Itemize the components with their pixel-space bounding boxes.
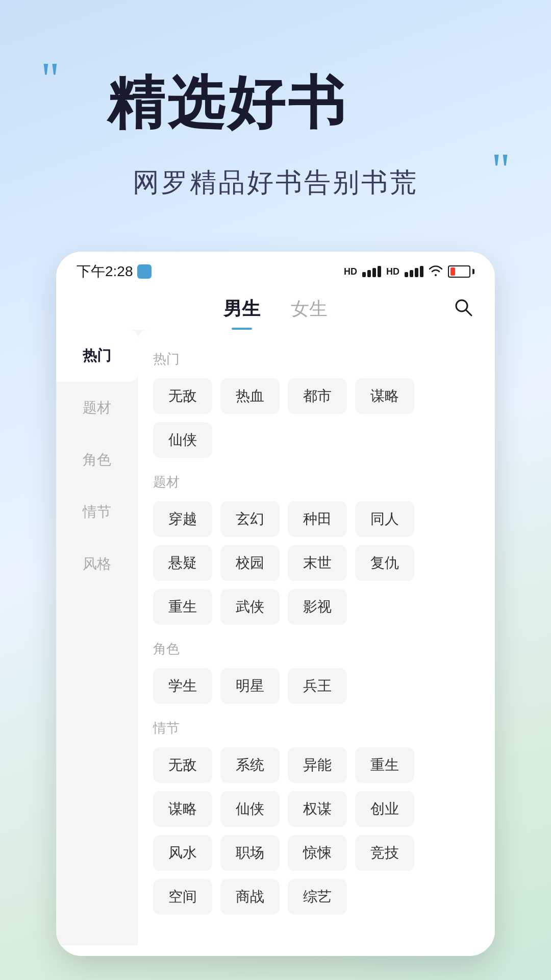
tab-male[interactable]: 男生 [208, 291, 276, 330]
tag-fengshui[interactable]: 风水 [153, 835, 212, 871]
tag-hot-blood[interactable]: 热血 [220, 378, 280, 414]
tags-grid-hot: 无敌 热血 都市 谋略 仙侠 [153, 378, 480, 458]
tag-farming[interactable]: 种田 [288, 501, 347, 537]
battery-icon [448, 265, 470, 278]
sidebar: 热门 题材 角色 情节 风格 [56, 330, 138, 945]
status-time: 下午2:28 [77, 262, 152, 281]
tags-grid-subject: 穿越 玄幻 种田 同人 悬疑 校园 末世 复仇 重生 武侠 影视 [153, 501, 480, 625]
tag-plot-xianxia[interactable]: 仙侠 [220, 791, 280, 827]
tag-campus[interactable]: 校园 [220, 545, 280, 581]
sidebar-item-hot[interactable]: 热门 [56, 330, 138, 382]
tag-time-travel[interactable]: 穿越 [153, 501, 212, 537]
tag-variety[interactable]: 综艺 [288, 879, 347, 915]
signal-bars2-icon [405, 266, 423, 277]
tag-business[interactable]: 商战 [220, 879, 280, 915]
hd1-label: HD [344, 266, 357, 277]
hd2-label: HD [386, 266, 399, 277]
tag-startup[interactable]: 创业 [355, 791, 414, 827]
tag-star[interactable]: 明星 [220, 668, 280, 704]
status-bar: 下午2:28 HD HD [56, 252, 495, 286]
battery-container [448, 265, 474, 278]
tab-female[interactable]: 女生 [276, 291, 343, 330]
sidebar-item-style[interactable]: 风格 [56, 538, 138, 590]
tag-system[interactable]: 系统 [220, 747, 280, 783]
tag-thriller[interactable]: 惊悚 [288, 835, 347, 871]
sidebar-item-plot[interactable]: 情节 [56, 486, 138, 538]
tag-workplace[interactable]: 职场 [220, 835, 280, 871]
tag-wuxia[interactable]: 武侠 [220, 589, 280, 625]
search-button[interactable] [452, 296, 474, 321]
tag-invincible[interactable]: 无敌 [153, 378, 212, 414]
tag-competition[interactable]: 竞技 [355, 835, 414, 871]
right-content: 热门 无敌 热血 都市 谋略 仙侠 题材 穿越 玄幻 种田 同人 悬疑 校园 末… [138, 330, 495, 945]
sidebar-item-role[interactable]: 角色 [56, 434, 138, 486]
top-section: " 精选好书 网罗精品好书告别书荒 " [0, 0, 551, 231]
tag-xianxia[interactable]: 仙侠 [153, 422, 212, 458]
tag-fanfiction[interactable]: 同人 [355, 501, 414, 537]
tags-grid-role: 学生 明星 兵王 [153, 668, 480, 704]
quote-right-icon: " [491, 147, 510, 193]
tag-student[interactable]: 学生 [153, 668, 212, 704]
sidebar-item-subject[interactable]: 题材 [56, 382, 138, 434]
tag-plot-rebirth[interactable]: 重生 [355, 747, 414, 783]
tag-space[interactable]: 空间 [153, 879, 212, 915]
tag-rebirth[interactable]: 重生 [153, 589, 212, 625]
svg-line-1 [466, 310, 471, 315]
battery-tip [472, 269, 474, 274]
tag-power-struggle[interactable]: 权谋 [288, 791, 347, 827]
section-title-hot: 热门 [153, 350, 480, 368]
tags-grid-plot: 无敌 系统 异能 重生 谋略 仙侠 权谋 创业 风水 职场 惊悚 竞技 空间 商… [153, 747, 480, 915]
tag-strategy[interactable]: 谋略 [355, 378, 414, 414]
status-icons: HD HD [344, 264, 474, 280]
tag-plot-strategy[interactable]: 谋略 [153, 791, 212, 827]
section-title-role: 角色 [153, 640, 480, 658]
tag-film[interactable]: 影视 [288, 589, 347, 625]
nav-tabs: 男生 女生 [56, 286, 495, 330]
sub-title: 网罗精品好书告别书荒 [133, 165, 418, 201]
app-dot-icon [137, 264, 152, 279]
tag-soldier-king[interactable]: 兵王 [288, 668, 347, 704]
signal-bars-icon [362, 266, 381, 277]
tag-fantasy[interactable]: 玄幻 [220, 501, 280, 537]
phone-mockup: 下午2:28 HD HD [56, 252, 495, 956]
main-title: 精选好书 [107, 71, 510, 134]
wifi-icon [429, 264, 443, 280]
tag-apocalypse[interactable]: 末世 [288, 545, 347, 581]
content-area: 热门 题材 角色 情节 风格 热门 无敌 热血 都市 谋略 仙侠 题材 穿越 玄… [56, 330, 495, 945]
tag-superpower[interactable]: 异能 [288, 747, 347, 783]
battery-fill [450, 267, 455, 276]
tag-plot-invincible[interactable]: 无敌 [153, 747, 212, 783]
section-title-plot: 情节 [153, 719, 480, 737]
tag-city[interactable]: 都市 [288, 378, 347, 414]
section-title-subject: 题材 [153, 473, 480, 491]
tag-mystery[interactable]: 悬疑 [153, 545, 212, 581]
tag-revenge[interactable]: 复仇 [355, 545, 414, 581]
quote-left-icon: " [41, 56, 60, 102]
